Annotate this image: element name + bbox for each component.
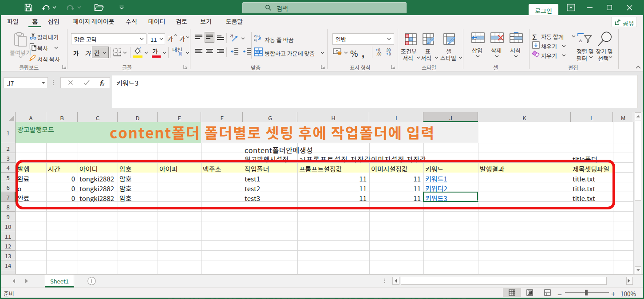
svg-text:0: 0 [389, 51, 391, 56]
svg-text:다: 다 [254, 38, 257, 42]
svg-text:ㅎ: ㅎ [578, 36, 583, 44]
svg-text:가: 가 [230, 34, 233, 38]
svg-text:.00: .00 [376, 51, 382, 56]
